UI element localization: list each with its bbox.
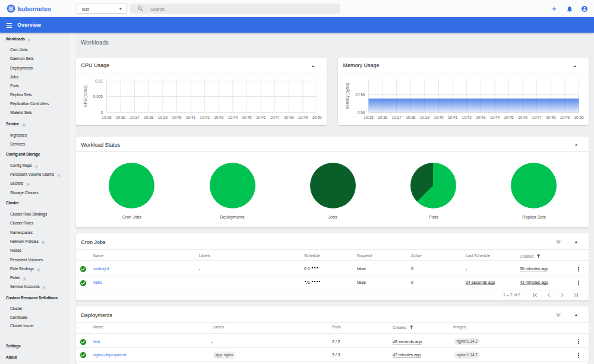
svg-text:10:48: 10:48 [546, 115, 556, 119]
svg-text:10:43: 10:43 [476, 115, 486, 119]
svg-text:10:49: 10:49 [298, 115, 308, 119]
svg-text:10:50: 10:50 [312, 115, 322, 119]
svg-text:10:40: 10:40 [434, 115, 444, 119]
svg-text:0.01: 0.01 [95, 79, 103, 83]
svg-text:10:43: 10:43 [214, 115, 224, 119]
svg-text:10:38: 10:38 [144, 115, 154, 119]
svg-text:10:39: 10:39 [420, 115, 430, 119]
svg-text:10:35: 10:35 [364, 115, 374, 119]
svg-text:10:41: 10:41 [448, 115, 458, 119]
svg-text:10:48: 10:48 [284, 115, 294, 119]
svg-text:10:49: 10:49 [560, 115, 570, 119]
svg-text:10:36: 10:36 [378, 115, 388, 119]
svg-text:10:47: 10:47 [532, 115, 542, 119]
svg-text:10:37: 10:37 [130, 115, 140, 119]
svg-text:CPU (cores): CPU (cores) [83, 86, 88, 107]
svg-text:10:46: 10:46 [518, 115, 528, 119]
svg-text:10:35: 10:35 [102, 115, 112, 119]
svg-text:10:36: 10:36 [116, 115, 126, 119]
svg-text:10:37: 10:37 [392, 115, 402, 119]
svg-text:10:38: 10:38 [406, 115, 416, 119]
svg-text:10:46: 10:46 [256, 115, 266, 119]
svg-text:0.005: 0.005 [93, 94, 103, 99]
svg-text:Memory (bytes): Memory (bytes) [345, 83, 350, 109]
svg-text:10:47: 10:47 [270, 115, 280, 119]
svg-text:10:45: 10:45 [504, 115, 514, 119]
svg-text:10:41: 10:41 [186, 115, 196, 119]
svg-text:10:39: 10:39 [158, 115, 168, 119]
svg-text:10 Mi: 10 Mi [355, 93, 365, 97]
svg-text:10:44: 10:44 [490, 115, 500, 119]
svg-text:10:40: 10:40 [172, 115, 182, 119]
svg-text:10:42: 10:42 [200, 115, 210, 119]
svg-text:10:44: 10:44 [228, 115, 238, 119]
svg-text:0: 0 [100, 110, 103, 115]
svg-text:10:50: 10:50 [574, 115, 584, 119]
svg-text:0 Mi: 0 Mi [358, 110, 365, 115]
svg-text:10:42: 10:42 [462, 115, 472, 119]
svg-text:10:45: 10:45 [242, 115, 252, 119]
